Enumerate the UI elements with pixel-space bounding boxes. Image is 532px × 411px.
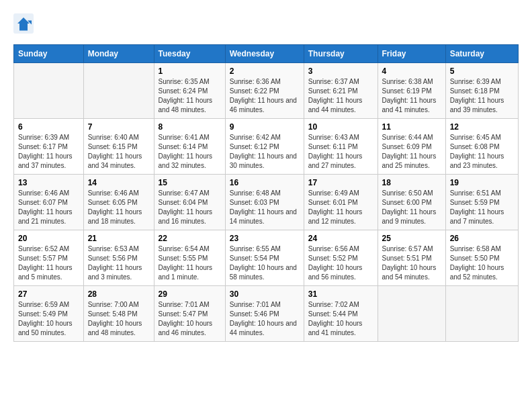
day-info: Sunrise: 6:50 AM Sunset: 6:00 PM Dayligh…: [382, 189, 441, 226]
day-info: Sunrise: 6:46 AM Sunset: 6:05 PM Dayligh…: [88, 189, 150, 226]
calendar-week-4: 27Sunrise: 6:59 AM Sunset: 5:49 PM Dayli…: [14, 286, 519, 342]
day-number: 13: [18, 178, 79, 187]
day-info: Sunrise: 6:39 AM Sunset: 6:17 PM Dayligh…: [18, 133, 79, 171]
day-info: Sunrise: 7:00 AM Sunset: 5:48 PM Dayligh…: [88, 300, 150, 338]
day-number: 9: [230, 122, 300, 132]
weekday-header-monday: Monday: [83, 45, 154, 63]
calendar-week-0: 1Sunrise: 6:35 AM Sunset: 6:24 PM Daylig…: [14, 63, 519, 119]
day-info: Sunrise: 6:49 AM Sunset: 6:01 PM Dayligh…: [308, 189, 373, 226]
calendar-cell: 5Sunrise: 6:39 AM Sunset: 6:18 PM Daylig…: [445, 63, 518, 119]
day-number: 10: [308, 122, 373, 132]
day-info: Sunrise: 6:35 AM Sunset: 6:24 PM Dayligh…: [159, 77, 221, 115]
day-info: Sunrise: 6:40 AM Sunset: 6:15 PM Dayligh…: [88, 133, 150, 171]
day-number: 21: [88, 234, 150, 243]
weekday-header-saturday: Saturday: [445, 45, 518, 63]
day-number: 20: [18, 234, 79, 243]
day-number: 25: [382, 234, 441, 243]
day-info: Sunrise: 6:37 AM Sunset: 6:21 PM Dayligh…: [308, 77, 373, 115]
calendar-cell: 8Sunrise: 6:41 AM Sunset: 6:14 PM Daylig…: [154, 119, 225, 175]
calendar-cell: [378, 286, 445, 342]
calendar-cell: 16Sunrise: 6:48 AM Sunset: 6:03 PM Dayli…: [225, 175, 304, 230]
day-number: 23: [230, 234, 300, 243]
day-info: Sunrise: 6:52 AM Sunset: 5:57 PM Dayligh…: [18, 244, 79, 282]
calendar-cell: [14, 63, 84, 119]
day-number: 12: [450, 122, 514, 132]
day-info: Sunrise: 6:38 AM Sunset: 6:19 PM Dayligh…: [382, 77, 441, 115]
calendar-cell: 1Sunrise: 6:35 AM Sunset: 6:24 PM Daylig…: [154, 63, 225, 119]
day-info: Sunrise: 6:41 AM Sunset: 6:14 PM Dayligh…: [159, 133, 221, 171]
calendar-cell: 13Sunrise: 6:46 AM Sunset: 6:07 PM Dayli…: [14, 175, 84, 230]
calendar-cell: 14Sunrise: 6:46 AM Sunset: 6:05 PM Dayli…: [83, 175, 154, 230]
day-number: 3: [308, 66, 373, 76]
calendar-cell: 27Sunrise: 6:59 AM Sunset: 5:49 PM Dayli…: [14, 286, 84, 342]
day-number: 29: [159, 289, 221, 299]
day-info: Sunrise: 6:39 AM Sunset: 6:18 PM Dayligh…: [450, 77, 514, 115]
day-info: Sunrise: 7:02 AM Sunset: 5:44 PM Dayligh…: [308, 300, 373, 338]
day-number: 18: [382, 178, 441, 187]
day-number: 22: [159, 234, 221, 243]
day-info: Sunrise: 6:43 AM Sunset: 6:11 PM Dayligh…: [308, 133, 373, 171]
calendar-header: SundayMondayTuesdayWednesdayThursdayFrid…: [14, 45, 519, 63]
day-number: 6: [18, 122, 79, 132]
day-info: Sunrise: 6:36 AM Sunset: 6:22 PM Dayligh…: [230, 77, 300, 115]
calendar-cell: 17Sunrise: 6:49 AM Sunset: 6:01 PM Dayli…: [304, 175, 378, 230]
calendar-week-1: 6Sunrise: 6:39 AM Sunset: 6:17 PM Daylig…: [14, 119, 519, 175]
day-info: Sunrise: 7:01 AM Sunset: 5:46 PM Dayligh…: [230, 300, 300, 338]
day-info: Sunrise: 6:53 AM Sunset: 5:56 PM Dayligh…: [88, 244, 150, 282]
calendar-cell: 7Sunrise: 6:40 AM Sunset: 6:15 PM Daylig…: [83, 119, 154, 175]
calendar-cell: 9Sunrise: 6:42 AM Sunset: 6:12 PM Daylig…: [225, 119, 304, 175]
day-number: 4: [382, 66, 441, 76]
day-number: 2: [230, 66, 300, 76]
day-info: Sunrise: 6:58 AM Sunset: 5:50 PM Dayligh…: [450, 244, 514, 282]
calendar-cell: 6Sunrise: 6:39 AM Sunset: 6:17 PM Daylig…: [14, 119, 84, 175]
day-number: 28: [88, 289, 150, 299]
day-info: Sunrise: 7:01 AM Sunset: 5:47 PM Dayligh…: [159, 300, 221, 338]
day-number: 7: [88, 122, 150, 132]
day-number: 1: [159, 66, 221, 76]
calendar-table: SundayMondayTuesdayWednesdayThursdayFrid…: [13, 44, 519, 342]
weekday-header-sunday: Sunday: [14, 45, 84, 63]
calendar-cell: 12Sunrise: 6:45 AM Sunset: 6:08 PM Dayli…: [445, 119, 518, 175]
calendar-cell: 4Sunrise: 6:38 AM Sunset: 6:19 PM Daylig…: [378, 63, 445, 119]
day-info: Sunrise: 6:44 AM Sunset: 6:09 PM Dayligh…: [382, 133, 441, 171]
weekday-header-wednesday: Wednesday: [225, 45, 304, 63]
day-info: Sunrise: 6:46 AM Sunset: 6:07 PM Dayligh…: [18, 189, 79, 226]
calendar-cell: 25Sunrise: 6:57 AM Sunset: 5:51 PM Dayli…: [378, 230, 445, 286]
calendar-cell: 29Sunrise: 7:01 AM Sunset: 5:47 PM Dayli…: [154, 286, 225, 342]
calendar-cell: 26Sunrise: 6:58 AM Sunset: 5:50 PM Dayli…: [445, 230, 518, 286]
calendar-cell: 15Sunrise: 6:47 AM Sunset: 6:04 PM Dayli…: [154, 175, 225, 230]
weekday-header-friday: Friday: [378, 45, 445, 63]
day-info: Sunrise: 6:56 AM Sunset: 5:52 PM Dayligh…: [308, 244, 373, 282]
calendar-cell: 21Sunrise: 6:53 AM Sunset: 5:56 PM Dayli…: [83, 230, 154, 286]
calendar-cell: 11Sunrise: 6:44 AM Sunset: 6:09 PM Dayli…: [378, 119, 445, 175]
day-number: 27: [18, 289, 79, 299]
calendar-week-3: 20Sunrise: 6:52 AM Sunset: 5:57 PM Dayli…: [14, 230, 519, 286]
day-number: 14: [88, 178, 150, 187]
calendar-cell: 20Sunrise: 6:52 AM Sunset: 5:57 PM Dayli…: [14, 230, 84, 286]
weekday-header-tuesday: Tuesday: [154, 45, 225, 63]
page-header: [13, 13, 519, 34]
day-info: Sunrise: 6:59 AM Sunset: 5:49 PM Dayligh…: [18, 300, 79, 338]
day-number: 5: [450, 66, 514, 76]
calendar-cell: 18Sunrise: 6:50 AM Sunset: 6:00 PM Dayli…: [378, 175, 445, 230]
calendar-cell: 3Sunrise: 6:37 AM Sunset: 6:21 PM Daylig…: [304, 63, 378, 119]
day-info: Sunrise: 6:54 AM Sunset: 5:55 PM Dayligh…: [159, 244, 221, 282]
calendar-cell: 30Sunrise: 7:01 AM Sunset: 5:46 PM Dayli…: [225, 286, 304, 342]
day-number: 26: [450, 234, 514, 243]
calendar-cell: [445, 286, 518, 342]
weekday-header-thursday: Thursday: [304, 45, 378, 63]
day-number: 16: [230, 178, 300, 187]
day-number: 24: [308, 234, 373, 243]
day-info: Sunrise: 6:57 AM Sunset: 5:51 PM Dayligh…: [382, 244, 441, 282]
calendar-cell: 31Sunrise: 7:02 AM Sunset: 5:44 PM Dayli…: [304, 286, 378, 342]
weekday-header-row: SundayMondayTuesdayWednesdayThursdayFrid…: [14, 45, 519, 63]
calendar-cell: 10Sunrise: 6:43 AM Sunset: 6:11 PM Dayli…: [304, 119, 378, 175]
day-number: 11: [382, 122, 441, 132]
logo: [13, 13, 36, 34]
calendar-cell: 22Sunrise: 6:54 AM Sunset: 5:55 PM Dayli…: [154, 230, 225, 286]
day-info: Sunrise: 6:51 AM Sunset: 5:59 PM Dayligh…: [450, 189, 514, 226]
calendar-body: 1Sunrise: 6:35 AM Sunset: 6:24 PM Daylig…: [14, 63, 519, 342]
day-number: 19: [450, 178, 514, 187]
calendar-cell: 23Sunrise: 6:55 AM Sunset: 5:54 PM Dayli…: [225, 230, 304, 286]
calendar-cell: 28Sunrise: 7:00 AM Sunset: 5:48 PM Dayli…: [83, 286, 154, 342]
